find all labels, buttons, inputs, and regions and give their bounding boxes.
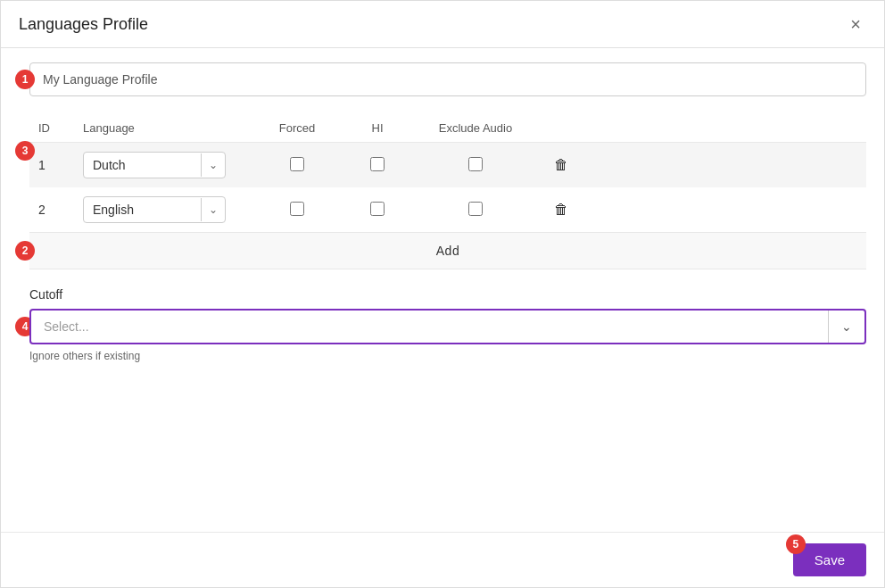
audio-cell-1 — [413, 143, 538, 188]
col-header-id: ID — [29, 114, 74, 143]
col-header-exclude-audio: Exclude Audio — [413, 114, 538, 143]
cutoff-section: Cutoff 4 Select... ⌄ Ignore others if ex… — [19, 287, 866, 362]
language-select-english[interactable]: English ⌄ — [83, 196, 226, 223]
modal-footer: 5 Save — [1, 532, 884, 587]
row-lang-2: English ⌄ — [74, 187, 252, 232]
modal-header: Languages Profile × — [1, 1, 884, 48]
delete-cell-1: 🗑 — [538, 143, 866, 188]
modal-body: 1 3 ID Language Forced HI Exclude Audio — [1, 48, 884, 532]
forced-checkbox-2[interactable] — [290, 202, 304, 216]
delete-button-1[interactable]: 🗑 — [547, 153, 575, 177]
col-header-language: Language — [74, 114, 252, 143]
table-row: 2 English ⌄ — [29, 187, 866, 232]
cutoff-select-text: Select... — [31, 311, 828, 343]
modal-container: Languages Profile × 1 3 ID Language Forc… — [0, 0, 885, 588]
language-select-dutch[interactable]: Dutch ⌄ — [83, 152, 226, 178]
lang-select-text-2: English — [84, 197, 201, 222]
lang-select-chevron-2[interactable]: ⌄ — [201, 198, 225, 221]
audio-checkbox-1[interactable] — [468, 157, 483, 171]
hi-cell-2 — [342, 187, 413, 232]
audio-checkbox-2[interactable] — [468, 202, 483, 216]
step-badge-3: 3 — [15, 141, 35, 161]
cutoff-chevron-icon[interactable]: ⌄ — [828, 311, 864, 343]
forced-cell-1 — [252, 143, 342, 188]
lang-select-chevron-1[interactable]: ⌄ — [201, 153, 225, 177]
add-language-button[interactable]: Add — [29, 233, 866, 269]
language-table: ID Language Forced HI Exclude Audio 1 — [29, 114, 866, 232]
step-badge-1: 1 — [15, 70, 35, 89]
profile-name-input[interactable] — [29, 62, 866, 96]
close-button[interactable]: × — [845, 13, 866, 35]
hi-cell-1 — [342, 143, 413, 188]
forced-cell-2 — [252, 187, 342, 232]
forced-checkbox-1[interactable] — [290, 157, 304, 171]
col-header-forced: Forced — [252, 114, 342, 143]
table-row: 1 Dutch ⌄ — [29, 143, 866, 188]
step-badge-2: 2 — [15, 241, 35, 261]
modal-title: Languages Profile — [19, 15, 148, 34]
hi-checkbox-1[interactable] — [370, 157, 385, 171]
delete-cell-2: 🗑 — [538, 187, 866, 232]
add-row-section: 2 Add — [29, 232, 866, 269]
audio-cell-2 — [413, 187, 538, 232]
language-table-section: 3 ID Language Forced HI Exclude Audio — [19, 114, 866, 269]
cutoff-label: Cutoff — [29, 287, 866, 302]
delete-button-2[interactable]: 🗑 — [547, 198, 575, 221]
cutoff-select[interactable]: Select... ⌄ — [29, 309, 866, 344]
row-id-1: 1 — [29, 143, 74, 188]
lang-select-text-1: Dutch — [84, 153, 201, 178]
hi-checkbox-2[interactable] — [370, 202, 385, 216]
row-id-2: 2 — [29, 187, 74, 232]
col-header-hi: HI — [342, 114, 413, 143]
row-lang-1: Dutch ⌄ — [74, 143, 252, 188]
step-badge-5: 5 — [786, 534, 806, 554]
save-button-wrapper: 5 Save — [793, 543, 866, 576]
ignore-others-label: Ignore others if existing — [29, 350, 866, 362]
